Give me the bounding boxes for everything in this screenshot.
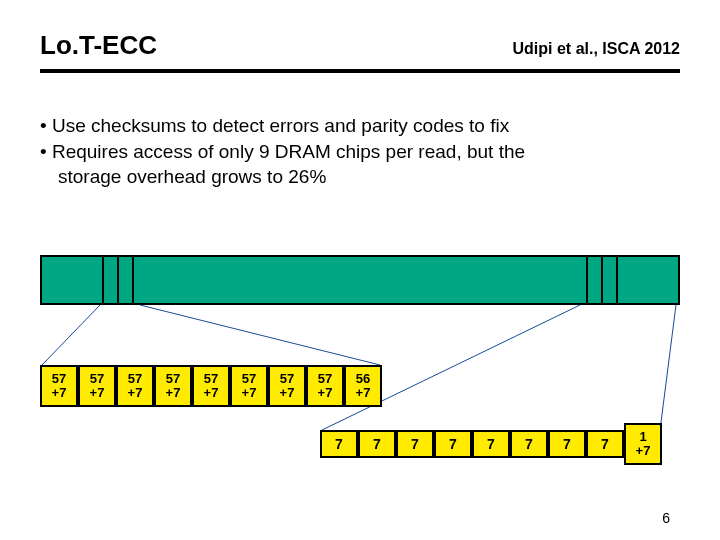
chip: 56+7 [344,365,382,407]
bar-segment [134,257,589,303]
bar-segment [104,257,119,303]
chip: 7 [510,430,548,458]
citation: Udipi et al., ISCA 2012 [513,40,680,58]
chip: 7 [396,430,434,458]
chip: 57+7 [78,365,116,407]
bullet-2a: • Requires access of only 9 DRAM chips p… [40,139,680,165]
chip: 7 [548,430,586,458]
chip: 57+7 [40,365,78,407]
chip-row-2: 777777771+7 [320,430,662,465]
bar-segment [42,257,104,303]
slide-title: Lo.T-ECC [40,30,157,61]
bullet-2b: storage overhead grows to 26% [40,164,680,190]
memory-bar [40,255,680,305]
chip: 7 [472,430,510,458]
chip: 57+7 [230,365,268,407]
chip: 57+7 [154,365,192,407]
title-rule [40,69,680,73]
page-number: 6 [662,510,670,526]
chip: 57+7 [192,365,230,407]
chip: 57+7 [116,365,154,407]
svg-line-1 [140,305,380,365]
chip: 7 [434,430,472,458]
bar-segment [119,257,134,303]
chip: 7 [586,430,624,458]
bullet-list: • Use checksums to detect errors and par… [40,113,680,190]
chip: 7 [358,430,396,458]
svg-line-3 [660,305,676,430]
svg-line-0 [42,305,100,365]
bar-segment [588,257,603,303]
bar-segment [603,257,618,303]
bar-segment [618,257,678,303]
slide: Lo.T-ECC Udipi et al., ISCA 2012 • Use c… [0,0,720,540]
chip-row-1: 57+757+757+757+757+757+757+757+756+7 [40,365,382,407]
chip: 57+7 [306,365,344,407]
diagram: 57+757+757+757+757+757+757+757+756+7 777… [40,255,680,305]
header: Lo.T-ECC Udipi et al., ISCA 2012 [40,30,680,61]
chip: 57+7 [268,365,306,407]
chip: 7 [320,430,358,458]
chip-parity: 1+7 [624,423,662,465]
bullet-1: • Use checksums to detect errors and par… [40,113,680,139]
